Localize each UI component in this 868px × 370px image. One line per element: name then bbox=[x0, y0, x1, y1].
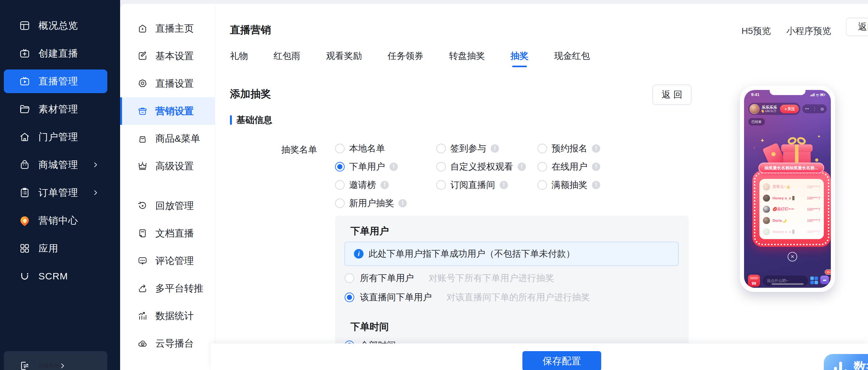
data-statistics-fab[interactable]: 数据 bbox=[824, 354, 868, 370]
sidebar-item-apps[interactable]: 应用 bbox=[4, 237, 107, 260]
sidebar-item-order-management[interactable]: 订单管理 bbox=[4, 181, 107, 204]
chevron-right-icon bbox=[92, 189, 99, 196]
share-icon[interactable]: ➦ bbox=[820, 276, 829, 284]
live-ended-badge: 已结束 bbox=[748, 118, 765, 126]
info-icon[interactable]: ! bbox=[398, 199, 407, 207]
sidebar-item-portal-management[interactable]: 门户管理 bbox=[4, 125, 107, 149]
submenu-item-document-live[interactable]: 文档直播 bbox=[120, 220, 215, 247]
option-full-amount[interactable]: 满额抽奖 ! bbox=[537, 176, 653, 194]
tab-wheel-lottery[interactable]: 转盘抽奖 bbox=[449, 45, 485, 67]
option-order-users[interactable]: 下单用户 ! bbox=[335, 158, 436, 176]
more-icon[interactable]: ••• bbox=[805, 107, 809, 110]
radio-selected-icon[interactable] bbox=[335, 162, 345, 172]
cloud-play-icon bbox=[137, 338, 148, 349]
close-popup-icon[interactable]: ✕ bbox=[787, 252, 797, 262]
tab-red-packet-rain[interactable]: 红包雨 bbox=[274, 45, 301, 67]
winner-avatar bbox=[763, 183, 770, 191]
back-button[interactable]: 返 回 bbox=[652, 85, 691, 105]
submenu-item-advanced-settings[interactable]: 高级设置 bbox=[120, 153, 215, 180]
option-new-users[interactable]: 新用户抽奖 ! bbox=[335, 194, 436, 212]
submenu-item-replay-management[interactable]: 回放管理 bbox=[120, 192, 215, 220]
info-icon[interactable]: ! bbox=[380, 181, 389, 189]
radio-icon[interactable] bbox=[436, 162, 446, 172]
lottery-name-banner: 抽奖最长名称抽奖最长名称... bbox=[758, 163, 824, 173]
crown-icon bbox=[137, 160, 148, 172]
winner-row: 💋吴叮叮✏✏ 190****7 bbox=[763, 204, 820, 215]
radio-icon[interactable] bbox=[335, 180, 345, 190]
close-circle-icon[interactable]: ⊙ bbox=[820, 107, 824, 111]
main-content: 直播营销 H5预览 小程序预览 返回 礼物 红包雨 观看奖励 任务领券 转盘抽奖… bbox=[215, 4, 868, 370]
radio-icon[interactable] bbox=[537, 144, 547, 153]
info-icon[interactable]: ! bbox=[592, 163, 600, 171]
submenu-item-data-statistics[interactable]: 数据统计 bbox=[120, 302, 215, 330]
radio-icon[interactable] bbox=[345, 273, 354, 283]
option-online-users[interactable]: 在线用户 ! bbox=[537, 158, 653, 176]
submenu-item-basic-settings[interactable]: 基本设置 bbox=[120, 42, 215, 70]
info-icon[interactable]: ! bbox=[592, 181, 600, 189]
radio-icon[interactable] bbox=[537, 162, 547, 172]
radio-selected-icon[interactable] bbox=[345, 293, 354, 302]
submenu-item-comment-management[interactable]: 评论管理 bbox=[120, 247, 215, 275]
tab-gift[interactable]: 礼物 bbox=[230, 45, 248, 67]
submenu-item-marketing-settings[interactable]: 营销设置 bbox=[120, 97, 215, 125]
option-this-room-order-users[interactable]: 该直播间下单用户 对该直播间下单的所有用户进行抽奖 bbox=[345, 291, 590, 303]
sidebar-item-scrm[interactable]: SCRM bbox=[4, 264, 107, 288]
phone-preview: 9:41 乐乐乐乐 188.51万 ＋关注 ••• bbox=[740, 86, 835, 292]
option-sign-in[interactable]: 签到参与 ! bbox=[436, 139, 537, 158]
option-subscribe-room[interactable]: 订阅直播间 ! bbox=[436, 176, 537, 194]
sidebar-item-create-live[interactable]: 创建直播 bbox=[4, 42, 107, 65]
submenu-item-cloud-director[interactable]: 云导播台 bbox=[120, 330, 215, 357]
submenu-item-multi-platform[interactable]: 多平台转推 bbox=[120, 275, 215, 302]
tab-watch-reward[interactable]: 观看奖励 bbox=[326, 45, 362, 67]
follow-button[interactable]: ＋关注 bbox=[780, 105, 799, 113]
option-reservation[interactable]: 预约报名 ! bbox=[537, 139, 653, 158]
info-icon[interactable]: ! bbox=[491, 144, 499, 153]
submenu-item-products-menu[interactable]: 商品&菜单 bbox=[120, 125, 215, 153]
info-icon[interactable]: ! bbox=[390, 163, 398, 171]
tab-cash-red-packet[interactable]: 现金红包 bbox=[554, 45, 590, 67]
submenu-item-live-settings[interactable]: 直播设置 bbox=[120, 70, 215, 97]
winner-marquee-frame: 灵哥儿~👍 190****7 Honey ʚ_ʚ🚦 190****7 💋吴叮叮 bbox=[752, 171, 831, 247]
mini-program-preview-link[interactable]: 小程序预览 bbox=[786, 25, 831, 37]
sidebar-item-live-management[interactable]: 直播管理 bbox=[4, 69, 107, 93]
sparkle-icon: ✧ bbox=[753, 146, 755, 149]
live-home-icon bbox=[137, 23, 148, 34]
sidebar-item-material-management[interactable]: 素材管理 bbox=[4, 97, 107, 121]
sidebar-item-mall-management[interactable]: 商城管理 bbox=[4, 153, 107, 177]
header-back-button[interactable]: 返回 bbox=[846, 18, 868, 36]
option-custom-auth[interactable]: 自定义授权观看 ! bbox=[436, 158, 537, 176]
stats-bars-icon bbox=[834, 360, 847, 370]
sidebar-item-overview[interactable]: 概况总览 bbox=[4, 14, 107, 37]
tab-lottery[interactable]: 抽奖 bbox=[510, 45, 528, 67]
option-invite-rank[interactable]: 邀请榜 ! bbox=[335, 176, 436, 194]
home-indicator bbox=[772, 283, 804, 285]
radio-icon[interactable] bbox=[335, 198, 345, 208]
info-icon[interactable]: ! bbox=[518, 163, 526, 171]
info-icon[interactable]: ! bbox=[592, 144, 600, 153]
room-controls[interactable]: ••• ⊙ bbox=[802, 104, 827, 113]
sparkle-icon: ✦ bbox=[760, 137, 765, 144]
info-icon[interactable]: ! bbox=[500, 181, 508, 189]
menu-grid-icon[interactable] bbox=[810, 276, 818, 284]
h5-preview-link[interactable]: H5预览 bbox=[742, 25, 771, 37]
section-accent-bar bbox=[230, 115, 232, 125]
gift-box-button[interactable]: 99 bbox=[748, 275, 760, 287]
like-heart-icon[interactable]: ♥ bbox=[829, 275, 831, 283]
streamer-pill[interactable]: 乐乐乐乐 188.51万 ＋关注 bbox=[748, 103, 800, 115]
streamer-name: 乐乐乐乐 bbox=[762, 105, 777, 109]
radio-icon[interactable] bbox=[335, 144, 345, 153]
submenu-item-live-home[interactable]: 直播主页 bbox=[120, 15, 215, 42]
option-local-list[interactable]: 本地名单 bbox=[335, 139, 436, 158]
tab-task-coupon[interactable]: 任务领券 bbox=[388, 45, 424, 67]
comment-icon bbox=[137, 255, 148, 267]
switch-style-icon bbox=[19, 360, 31, 370]
radio-icon[interactable] bbox=[436, 144, 446, 153]
primary-sidebar: 概况总览 创建直播 直播管理 素材管理 bbox=[0, 0, 120, 370]
radio-icon[interactable] bbox=[436, 180, 446, 190]
sidebar-item-marketing-center[interactable]: 营销中心 bbox=[4, 209, 107, 232]
radio-icon[interactable] bbox=[537, 180, 547, 190]
sidebar-item-switch-style[interactable]: 切换风格 bbox=[4, 351, 107, 370]
save-config-button[interactable]: 保存配置 bbox=[522, 351, 601, 370]
apps-grid-icon bbox=[19, 242, 31, 255]
option-all-order-users[interactable]: 所有下单用户 对账号下所有下单用户进行抽奖 bbox=[345, 272, 554, 284]
